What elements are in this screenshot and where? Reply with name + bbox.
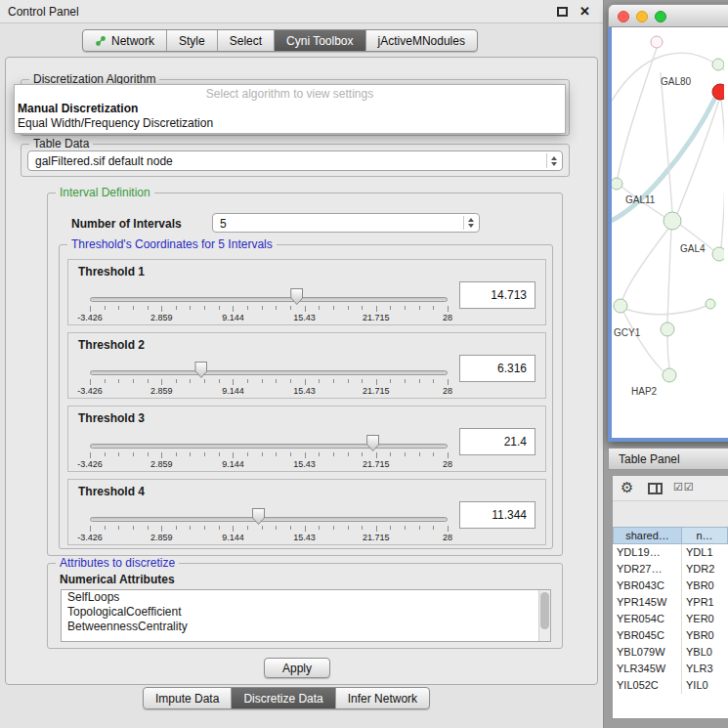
slider-thumb[interactable] [252,508,265,525]
table-row[interactable]: YBL079WYBL0 [613,644,728,661]
network-window-titlebar[interactable] [608,4,728,27]
settings-gear-icon[interactable]: ⚙ [621,479,633,496]
slider-thumb[interactable] [194,362,207,378]
major-tick-mark [90,452,91,458]
table-row[interactable]: YDL19…YDL1 [613,544,728,561]
network-node[interactable] [706,299,715,309]
table-toolbar: ⚙ ☑☑ [613,476,728,501]
table-cell: YER0 [682,611,728,627]
scale-label: 15.43 [293,459,316,469]
list-item-topologicalcoefficient[interactable]: TopologicalCoefficient [62,605,550,620]
table-cell: YBR0 [682,627,728,644]
threshold-value-input[interactable] [459,281,535,309]
tab-network[interactable]: Network [83,30,167,51]
close-icon[interactable]: ✕ [579,4,590,19]
network-canvas[interactable]: GAL80GAL11GAL4GCY1HAP2 [608,27,728,442]
tick-mark [204,526,205,530]
network-edge [623,312,664,371]
table-row[interactable]: YBR045CYBR0 [613,627,728,644]
column-layout-icon[interactable] [648,483,663,494]
list-item-selfloops[interactable]: SelfLoops [62,590,550,605]
slider-thumb[interactable] [366,435,379,451]
scale-label: 9.144 [222,386,244,396]
network-node-label: GAL11 [625,194,656,205]
table-cell: YDL1 [682,544,728,561]
table-cell: YBL079W [613,644,682,661]
threshold-slider[interactable]: -3.4262.8599.14415.4321.71528 [90,359,448,398]
list-item-betweennesscentrality[interactable]: BetweennessCentrality [62,620,550,634]
tab-label: Discretize Data [243,692,322,706]
tab-select[interactable]: Select [218,30,275,51]
threshold-slider[interactable]: -3.4262.8599.14415.4321.71528 [90,285,448,324]
network-node[interactable] [651,36,663,48]
dropdown-option-equal-width-frequency-discretization[interactable]: Equal Width/Frequency Discretization [15,116,565,131]
network-node[interactable] [712,247,724,261]
tick-mark [176,452,177,456]
table-row[interactable]: YBR043CYBR0 [613,578,728,594]
scale-label: 21.715 [363,386,390,396]
threshold-value-input[interactable] [459,428,535,455]
table-row[interactable]: YLR345WYLR3 [613,661,728,677]
tab-infer-network[interactable]: Infer Network [336,688,429,708]
network-node[interactable] [661,322,674,336]
network-node[interactable] [663,368,676,382]
table-data-select[interactable]: galFiltered.sif default node [27,150,563,171]
threshold-value-input[interactable] [459,355,535,382]
network-node[interactable] [712,84,724,100]
major-tick-mark [376,379,377,385]
threshold-slider[interactable]: -3.4262.8599.14415.4321.71528 [90,505,448,544]
tick-mark [105,306,106,310]
table-panel-title: Table Panel [619,452,680,466]
scrollbar-thumb[interactable] [540,592,549,629]
threshold-label: Threshold 2 [78,338,145,352]
tick-mark [133,379,134,383]
major-tick-mark [305,306,306,312]
tick-mark [219,526,220,530]
network-node[interactable] [614,299,627,313]
table-data-value: galFiltered.sif default node [35,154,173,168]
threshold-label: Threshold 1 [78,265,145,278]
network-node[interactable] [712,59,724,70]
threshold-value-input[interactable] [459,501,535,529]
tick-mark [405,452,406,456]
scale-label: -3.426 [77,459,103,469]
attributes-to-discretize-group: Attributes to discretize Numerical Attri… [47,563,563,649]
float-window-icon[interactable] [557,7,568,17]
table-cell: YPR145W [613,594,682,611]
scale-label: 15.43 [293,386,316,396]
num-intervals-select[interactable]: 5 [212,213,480,233]
column-header[interactable]: n… [682,527,728,544]
minimize-traffic-light-icon[interactable] [636,11,648,22]
zoom-traffic-light-icon[interactable] [655,11,666,22]
network-edge [625,306,707,315]
row-select-checkboxes-icon[interactable]: ☑☑ [673,481,695,493]
table-row[interactable]: YER054CYER0 [613,611,728,627]
table-cell: YLR345W [613,661,682,677]
column-header[interactable]: shared… [613,527,682,544]
tick-mark [262,379,263,383]
slider-thumb[interactable] [290,288,303,305]
dropdown-option-manual-discretization[interactable]: Manual Discretization [15,102,565,116]
tab-discretize-data[interactable]: Discretize Data [232,688,335,708]
threshold-slider[interactable]: -3.4262.8599.14415.4321.71528 [90,432,448,471]
tab-cyni-toolbox[interactable]: Cyni Toolbox [275,30,365,51]
major-tick-mark [305,452,306,458]
scale-label: 28 [443,386,452,396]
numerical-attributes-list[interactable]: SelfLoopsTopologicalCoefficientBetweenne… [61,589,551,642]
network-node[interactable] [664,212,681,230]
table-row[interactable]: YIL052CYIL0 [613,677,728,694]
table-row[interactable]: YDR27…YDR2 [613,561,728,578]
major-tick-mark [448,526,449,532]
tick-mark [333,306,334,310]
tab-jactivemnodules[interactable]: jActiveMNodules [366,30,477,51]
close-traffic-light-icon[interactable] [618,11,629,22]
scale-label: 9.144 [222,459,244,469]
table-row[interactable]: YPR145WYPR1 [613,594,728,611]
network-node[interactable] [612,178,622,190]
tab-style[interactable]: Style [167,30,218,51]
scale-label: 9.144 [222,313,244,322]
apply-button[interactable]: Apply [264,658,330,678]
tick-mark [333,526,334,530]
scrollbar[interactable] [538,590,550,641]
tab-impute-data[interactable]: Impute Data [144,688,232,708]
